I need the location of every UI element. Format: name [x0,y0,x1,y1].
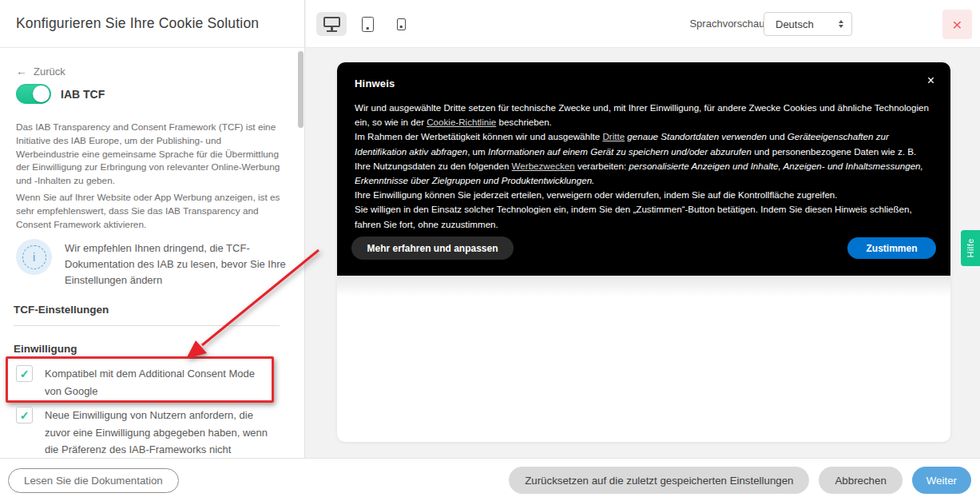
banner-accept-button[interactable]: Zustimmen [847,237,936,259]
language-preview-label: Sprachvorschau: [689,18,768,30]
sidebar-scrollbar-thumb[interactable] [298,51,304,128]
info-callout-text: Wir empfehlen Ihnen dringend, die TCF-Do… [65,239,288,288]
tcf-description-paragraph: Das IAB Transparency and Consent Framewo… [16,121,284,188]
checkbox-reconsent[interactable]: ✓ [16,407,33,423]
footer-actions: Zurücksetzen auf die zuletzt gespeichert… [509,467,971,494]
info-icon: i [16,239,52,275]
close-configurator-button[interactable]: × [942,10,972,39]
device-tablet-button[interactable] [355,12,379,36]
banner-title: Hinweis [355,78,395,89]
sidebar-header: Konfigurieren Sie Ihre Cookie Solution [0,0,304,48]
cancel-button[interactable]: Abbrechen [819,467,902,494]
preview-toolbar: Sprachvorschau: Deutsch × [306,0,980,48]
reset-settings-button[interactable]: Zurücksetzen auf die zuletzt gespeichert… [509,467,809,494]
footer-bar: Lesen Sie die Dokumentation Zurücksetzen… [0,458,980,501]
config-sidebar: Konfigurieren Sie Ihre Cookie Solution ←… [0,0,305,458]
language-select[interactable]: Deutsch [764,12,852,36]
consent-heading: Einwilligung [14,343,77,355]
checkbox-google-acm[interactable]: ✓ [16,365,33,382]
mobile-icon [397,18,406,30]
cookie-banner-preview: Hinweis × Wir und ausgewählte Dritte set… [337,62,950,276]
close-icon: × [952,15,962,34]
device-mobile-button[interactable] [391,12,411,36]
back-label: Zurück [34,66,65,78]
desktop-icon [323,17,340,32]
checkbox-row-google-acm: ✓ Kompatibel mit dem Additional Consent … [16,365,264,400]
select-updown-icon [839,20,843,28]
iab-tcf-toggle-row: IAB TCF [16,84,105,104]
info-callout: i Wir empfehlen Ihnen dringend, die TCF-… [16,239,288,288]
section-divider [14,325,280,326]
iab-tcf-toggle-label: IAB TCF [61,88,105,101]
page-title: Konfigurieren Sie Ihre Cookie Solution [16,15,259,32]
banner-body-text: Wir und ausgewählte Dritte setzen für te… [355,101,934,232]
tablet-icon [362,17,374,32]
iab-tcf-toggle[interactable] [16,84,51,104]
back-arrow-icon: ← [16,65,27,78]
next-button[interactable]: Weiter [912,467,971,494]
device-desktop-button[interactable] [316,12,347,36]
tcf-recommendation-paragraph: Wenn Sie auf Ihrer Website oder App Werb… [16,191,284,231]
check-icon: ✓ [20,368,30,380]
toggle-knob [33,85,50,102]
back-link[interactable]: ←Zurück [16,65,65,78]
read-docs-button[interactable]: Lesen Sie die Dokumentation [8,468,179,493]
tcf-settings-heading: TCF-Einstellungen [14,304,109,316]
site-preview-panel: Hinweis × Wir und ausgewählte Dritte set… [337,62,950,442]
help-tab-label: Hilfe [966,238,975,258]
help-tab[interactable]: Hilfe [961,230,980,266]
check-icon: ✓ [20,409,30,422]
banner-drop-shadow [337,276,950,296]
checkbox-label: Kompatibel mit dem Additional Consent Mo… [45,365,264,400]
language-select-value: Deutsch [776,18,839,30]
banner-close-icon[interactable]: × [927,74,934,88]
banner-customize-button[interactable]: Mehr erfahren und anpassen [351,237,514,260]
